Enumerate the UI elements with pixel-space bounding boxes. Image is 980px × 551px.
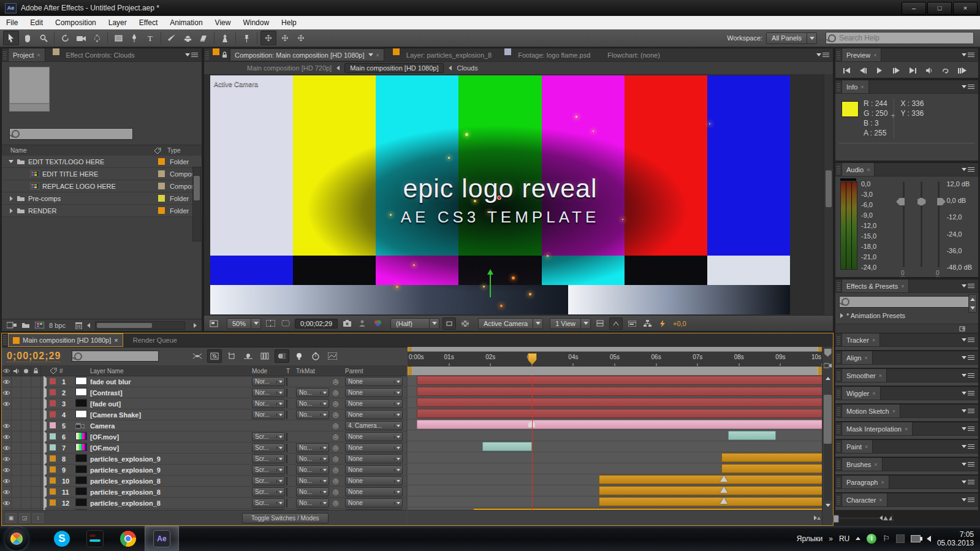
layer-duration-bar[interactable] bbox=[599, 486, 822, 495]
audio-toggle[interactable] bbox=[12, 443, 21, 453]
parent-pickwhip-icon[interactable]: ◎ bbox=[333, 378, 345, 386]
brainstorm-icon[interactable] bbox=[292, 350, 306, 362]
label-swatch[interactable] bbox=[158, 158, 165, 165]
tab-layer[interactable]: Layer: particles_explosion_8 bbox=[402, 48, 496, 61]
twirl-icon[interactable] bbox=[41, 422, 50, 430]
panel-gripper[interactable] bbox=[205, 50, 209, 59]
panel-gripper[interactable] bbox=[837, 495, 840, 504]
taskbar-chrome[interactable] bbox=[112, 526, 145, 551]
close-tab-icon[interactable]: × bbox=[879, 497, 882, 503]
tab-composition[interactable]: Composition: Main composition [HD 1080p]… bbox=[230, 48, 384, 61]
language-indicator[interactable]: RU bbox=[839, 534, 849, 543]
mode-dropdown[interactable]: Nor... bbox=[252, 410, 285, 419]
world-axis-mode[interactable] bbox=[278, 31, 292, 45]
layer-name[interactable]: [OF.mov] bbox=[90, 444, 252, 452]
close-tab-icon[interactable]: × bbox=[892, 408, 895, 414]
tab-timeline-main[interactable]: Main composition [HD 1080p] × bbox=[8, 333, 123, 347]
tab-project[interactable]: Project × bbox=[8, 48, 45, 61]
channel-settings-icon[interactable] bbox=[371, 318, 384, 329]
project-row[interactable]: RENDERFolder bbox=[2, 205, 202, 217]
audio-toggle[interactable] bbox=[12, 465, 21, 475]
lock-toggle[interactable] bbox=[31, 443, 41, 453]
layer-track[interactable] bbox=[408, 430, 822, 441]
layer-duration-bar[interactable] bbox=[482, 442, 532, 451]
twirl-icon[interactable] bbox=[41, 455, 50, 463]
timeline-timecode[interactable]: 0;00;02;29 bbox=[7, 351, 61, 362]
comp-duration-bar[interactable] bbox=[408, 347, 822, 352]
rectangle-tool[interactable] bbox=[111, 31, 126, 45]
twirl-icon[interactable] bbox=[41, 411, 50, 419]
parent-dropdown[interactable]: None bbox=[345, 388, 403, 397]
taskbar-media-app[interactable] bbox=[78, 526, 112, 551]
comp-flowchart-icon[interactable] bbox=[641, 318, 653, 329]
motion-blur-ramp-icon[interactable] bbox=[241, 350, 255, 362]
tab-effect-controls[interactable]: Effect Controls: Clouds bbox=[62, 48, 139, 61]
parent-pickwhip-icon[interactable]: ◎ bbox=[333, 444, 345, 452]
item-name[interactable]: REPLACE LOGO HERE bbox=[42, 183, 116, 190]
region-of-interest-icon[interactable] bbox=[443, 317, 456, 330]
twirl-icon[interactable] bbox=[7, 196, 15, 201]
show-snapshot-icon[interactable] bbox=[356, 318, 368, 329]
preserve-transparency-toggle[interactable] bbox=[286, 378, 287, 386]
panel-gripper[interactable] bbox=[837, 353, 840, 362]
layer-track[interactable] bbox=[408, 419, 822, 430]
parent-pickwhip-icon[interactable]: ◎ bbox=[333, 422, 345, 430]
parent-pickwhip-icon[interactable]: ◎ bbox=[333, 411, 345, 419]
panel-gripper[interactable] bbox=[3, 335, 7, 345]
tab-audio[interactable]: Audio× bbox=[841, 163, 875, 176]
video-toggle[interactable] bbox=[2, 498, 12, 508]
mode-dropdown[interactable]: Scr... bbox=[252, 454, 285, 463]
view-axis-mode[interactable] bbox=[294, 31, 308, 45]
tray-app-icon[interactable] bbox=[896, 534, 905, 543]
crumb-next[interactable]: Clouds bbox=[457, 64, 477, 72]
video-toggle[interactable] bbox=[2, 409, 12, 420]
zoom-out-icon[interactable] bbox=[817, 517, 821, 520]
panel-menu-icon[interactable] bbox=[958, 387, 978, 400]
audio-toggle[interactable] bbox=[12, 498, 21, 508]
new-composition-icon[interactable] bbox=[35, 322, 44, 329]
trkmat-dropdown[interactable]: No... bbox=[296, 399, 329, 408]
composition-viewer[interactable]: epic logo reveal AE CS3 TEMPLATE Active … bbox=[204, 74, 824, 315]
panel-menu-icon[interactable] bbox=[958, 80, 978, 93]
preserve-transparency-toggle[interactable] bbox=[286, 411, 287, 419]
layer-track[interactable] bbox=[408, 375, 822, 386]
workspace-dropdown[interactable]: All Panels bbox=[766, 32, 817, 44]
layer-label-swatch[interactable] bbox=[50, 411, 59, 419]
column-t[interactable]: T bbox=[286, 368, 296, 374]
layer-duration-bar[interactable] bbox=[599, 475, 822, 484]
label-swatch[interactable] bbox=[158, 207, 165, 214]
clone-stamp-tool[interactable] bbox=[180, 31, 195, 45]
toggle-switches-modes-button[interactable]: Toggle Switches / Modes bbox=[242, 513, 329, 523]
column-type[interactable]: Type bbox=[167, 147, 202, 154]
timeline-vscrollbar[interactable] bbox=[822, 347, 833, 525]
tab-paint[interactable]: Paint× bbox=[841, 440, 873, 453]
item-name[interactable]: Pre-comps bbox=[28, 195, 61, 202]
solo-toggle[interactable] bbox=[21, 420, 31, 431]
layer-track[interactable] bbox=[408, 386, 822, 397]
layer-track-area[interactable] bbox=[408, 375, 822, 511]
menu-composition[interactable]: Composition bbox=[49, 16, 102, 29]
parent-pickwhip-icon[interactable]: ◎ bbox=[333, 488, 345, 496]
audio-fader[interactable]: 0 bbox=[903, 181, 905, 267]
tab-tracker[interactable]: Tracker× bbox=[841, 333, 880, 346]
scroll-right-icon[interactable] bbox=[814, 515, 817, 520]
panel-menu-icon[interactable] bbox=[958, 493, 978, 506]
keyframe-marker[interactable] bbox=[720, 487, 727, 493]
comp-timecode[interactable]: 0;00;02;29 bbox=[295, 319, 338, 329]
layer-track[interactable] bbox=[408, 452, 822, 463]
close-tab-icon[interactable]: × bbox=[879, 373, 882, 379]
tab-flowchart[interactable]: Flowchart: (none) bbox=[603, 48, 664, 61]
project-row[interactable]: EDIT TEXT/LOGO HEREFolder bbox=[2, 156, 202, 168]
layer-label-swatch[interactable] bbox=[50, 422, 59, 430]
lock-toggle[interactable] bbox=[31, 409, 41, 420]
panel-menu-icon[interactable] bbox=[181, 48, 202, 61]
mode-dropdown[interactable]: Nor... bbox=[252, 377, 285, 386]
layer-duration-bar[interactable] bbox=[417, 376, 822, 385]
video-toggle[interactable] bbox=[2, 398, 12, 409]
video-toggle[interactable] bbox=[2, 454, 12, 464]
project-hscrollbar[interactable] bbox=[95, 321, 185, 330]
preserve-transparency-toggle[interactable] bbox=[286, 389, 287, 397]
layer-label-swatch[interactable] bbox=[50, 488, 59, 496]
layer-duration-bar[interactable] bbox=[417, 398, 822, 407]
layer-track[interactable] bbox=[408, 485, 822, 496]
